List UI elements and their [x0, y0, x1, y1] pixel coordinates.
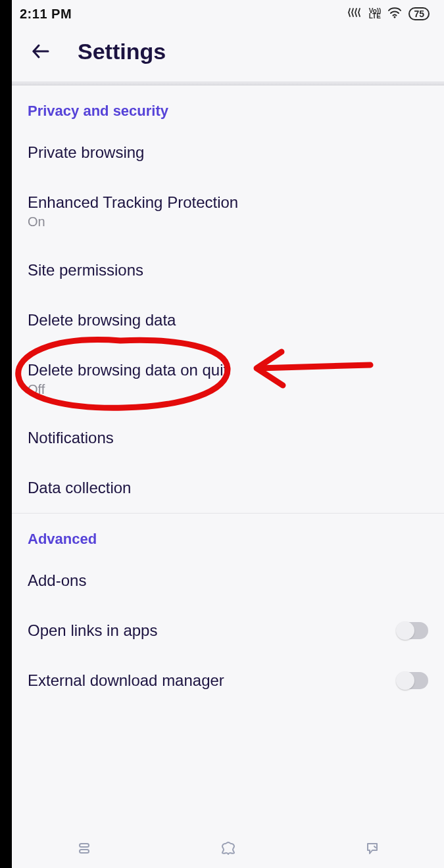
- item-label: Site permissions: [28, 261, 143, 279]
- item-label: Enhanced Tracking Protection: [28, 193, 238, 212]
- item-label: External download manager: [28, 671, 224, 690]
- item-label: Delete browsing data on quit: [28, 361, 228, 379]
- section-header-privacy: Privacy and security: [12, 85, 444, 128]
- system-nav-bar: [12, 829, 444, 868]
- svg-rect-1: [80, 844, 89, 847]
- item-notifications[interactable]: Notifications: [12, 413, 444, 463]
- item-sublabel: Off: [28, 382, 228, 397]
- wifi-icon: [387, 7, 402, 21]
- back-button[interactable]: [28, 38, 54, 64]
- page-title: Settings: [78, 39, 166, 64]
- battery-indicator: 75: [408, 7, 430, 20]
- item-delete-browsing-data-on-quit[interactable]: Delete browsing data on quit Off: [12, 345, 444, 413]
- section-header-advanced: Advanced: [12, 514, 444, 556]
- toggle-open-links-in-apps[interactable]: [397, 622, 428, 639]
- item-sublabel: On: [28, 214, 238, 229]
- screen: 2:11 PM Vo)) LTE 75 Settings Privacy and…: [12, 0, 444, 868]
- svg-rect-2: [80, 850, 89, 853]
- item-label: Delete browsing data: [28, 311, 176, 329]
- item-label: Private browsing: [28, 143, 144, 162]
- nav-back-button[interactable]: [359, 835, 385, 861]
- item-external-download-manager[interactable]: External download manager: [12, 656, 444, 696]
- item-label: Notifications: [28, 429, 114, 447]
- status-bar: 2:11 PM Vo)) LTE 75: [12, 0, 444, 26]
- toggle-external-download-manager[interactable]: [397, 672, 428, 689]
- nav-recents-button[interactable]: [71, 835, 97, 861]
- item-private-browsing[interactable]: Private browsing: [12, 128, 444, 178]
- item-data-collection[interactable]: Data collection: [12, 463, 444, 513]
- nav-home-button[interactable]: [215, 835, 241, 861]
- item-enhanced-tracking-protection[interactable]: Enhanced Tracking Protection On: [12, 178, 444, 245]
- svg-point-0: [394, 16, 396, 18]
- device-frame-left: [0, 0, 12, 868]
- status-time: 2:11 PM: [20, 7, 72, 22]
- settings-list[interactable]: Privacy and security Private browsing En…: [12, 85, 444, 696]
- item-addons[interactable]: Add-ons: [12, 556, 444, 606]
- item-open-links-in-apps[interactable]: Open links in apps: [12, 606, 444, 656]
- item-site-permissions[interactable]: Site permissions: [12, 245, 444, 295]
- app-bar: Settings: [12, 26, 444, 82]
- item-label: Open links in apps: [28, 621, 157, 640]
- item-label: Data collection: [28, 479, 131, 497]
- charge-icon: [348, 7, 362, 20]
- status-indicators: Vo)) LTE 75: [348, 7, 430, 21]
- item-delete-browsing-data[interactable]: Delete browsing data: [12, 295, 444, 345]
- item-label: Add-ons: [28, 571, 86, 590]
- volte-icon: Vo)) LTE: [369, 9, 382, 19]
